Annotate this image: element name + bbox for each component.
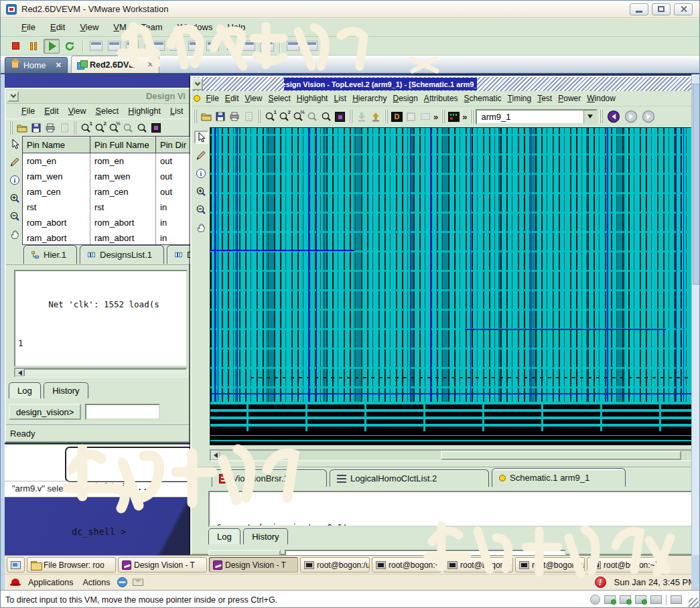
- zoom-2x-button[interactable]: 2: [277, 110, 291, 123]
- appliance-view-button[interactable]: [204, 39, 220, 54]
- taskbar-terminal-3[interactable]: root@bogon:~: [443, 557, 513, 573]
- console-vertical-scrollbar[interactable]: [691, 74, 700, 555]
- snapshot-manager-button[interactable]: [124, 39, 140, 54]
- main-titlebar[interactable]: Design Vision - TopLevel.2 (arm9_1) - [S…: [192, 77, 700, 91]
- menu-window[interactable]: Window: [584, 92, 619, 104]
- snapshot-take-button[interactable]: [88, 39, 104, 54]
- maximize-button[interactable]: [652, 3, 671, 15]
- menu-file[interactable]: File: [14, 20, 43, 34]
- power-on-button[interactable]: [44, 39, 60, 54]
- tab-violation-browser[interactable]: ViolationBrsr.1: [212, 469, 327, 487]
- toolbar-overflow-chevron[interactable]: »: [462, 112, 467, 122]
- sound-device-icon[interactable]: [635, 595, 646, 604]
- zoom-half-button[interactable]: ½: [291, 110, 305, 123]
- col-pin-full-name[interactable]: Pin Full Name: [90, 137, 156, 153]
- table-row[interactable]: rom_en rom_en out: [23, 153, 191, 169]
- menu-design[interactable]: Design: [390, 92, 421, 104]
- report-button[interactable]: [241, 110, 255, 123]
- design-selector-combobox[interactable]: arm9_1: [476, 109, 598, 125]
- close-button[interactable]: [674, 3, 693, 15]
- table-row[interactable]: ram_cen ram_cen out: [23, 184, 191, 200]
- back-button[interactable]: [606, 109, 621, 124]
- menu-select[interactable]: Select: [265, 92, 293, 104]
- menu-view[interactable]: View: [72, 20, 106, 34]
- table-row[interactable]: rom_abort rom_abort in: [23, 215, 191, 230]
- print-button[interactable]: [227, 110, 241, 123]
- col-pin-dir[interactable]: Pin Dir: [156, 137, 192, 153]
- tab-vm-red26dvevm[interactable]: Red2.6DVE ✕: [71, 56, 159, 73]
- secondary-titlebar[interactable]: Design Vi: [6, 89, 189, 104]
- edit-tool[interactable]: [194, 149, 208, 162]
- tab-hier[interactable]: Hier.1: [23, 245, 77, 264]
- resize-grip[interactable]: [689, 598, 699, 608]
- pan-tool[interactable]: [194, 221, 208, 234]
- combobox-dropdown-button[interactable]: [583, 110, 596, 123]
- zoom-in-tool[interactable]: [7, 192, 21, 205]
- command-input[interactable]: [85, 404, 160, 420]
- email-launcher-icon[interactable]: [133, 579, 143, 586]
- tab-history[interactable]: History: [44, 382, 88, 398]
- pull-up-button[interactable]: [368, 110, 382, 123]
- summary-view-button[interactable]: [186, 39, 202, 54]
- taskbar-design-vision-1[interactable]: Design Vision - T: [118, 557, 207, 573]
- info-tool[interactable]: [194, 167, 208, 180]
- scroll-left-button[interactable]: [15, 369, 24, 376]
- menu-windows[interactable]: Windows: [170, 20, 220, 34]
- menu-view[interactable]: View: [64, 105, 91, 117]
- capture-button[interactable]: [303, 39, 319, 54]
- window-menu-button[interactable]: [192, 78, 203, 90]
- menu-team[interactable]: Team: [134, 20, 170, 34]
- tab-schematic-active[interactable]: Schematic.1 arm9_1: [492, 468, 626, 487]
- table-row[interactable]: rst rst in: [23, 200, 191, 215]
- abstraction-button[interactable]: [418, 110, 432, 123]
- zoom-selected-button[interactable]: [135, 121, 149, 135]
- schematic-view-button[interactable]: D: [390, 110, 404, 123]
- power-off-button[interactable]: [7, 39, 23, 54]
- main-log-output[interactable]: Current design is 'arm9_1'. design_visio…: [208, 491, 700, 527]
- quick-switch-button[interactable]: [285, 39, 301, 54]
- zoom-out-tool[interactable]: [7, 210, 21, 223]
- zoom-fit-button[interactable]: [333, 110, 347, 123]
- redhat-menu-icon[interactable]: [10, 579, 21, 587]
- timing-analysis-button[interactable]: [447, 110, 461, 123]
- tab-designs-list[interactable]: DesignsList.1: [80, 245, 164, 264]
- show-desktop-button[interactable]: [7, 557, 25, 573]
- report-button[interactable]: [57, 121, 71, 135]
- tab-home-close-icon[interactable]: ✕: [56, 61, 62, 70]
- menu-file[interactable]: File: [17, 105, 40, 117]
- unity-button[interactable]: [240, 39, 257, 54]
- menu-timing[interactable]: Timing: [504, 92, 535, 104]
- harddisk-device-icon[interactable]: [604, 595, 616, 604]
- actions-menu[interactable]: Actions: [80, 577, 112, 589]
- menu-view[interactable]: View: [242, 92, 265, 104]
- menu-highlight[interactable]: Highlight: [293, 92, 331, 104]
- zoom-back-button[interactable]: [121, 121, 135, 135]
- tab-log[interactable]: Log: [9, 382, 41, 398]
- menu-list[interactable]: List: [165, 105, 188, 117]
- minimize-button[interactable]: [630, 3, 648, 15]
- zoom-fit-button[interactable]: [149, 121, 163, 135]
- col-pin-name[interactable]: Pin Name: [23, 137, 90, 153]
- log-horizontal-scrollbar[interactable]: [14, 368, 188, 378]
- pull-down-button[interactable]: [354, 110, 368, 123]
- reset-button[interactable]: [62, 39, 78, 54]
- suspend-button[interactable]: [25, 39, 42, 54]
- forward-button[interactable]: [624, 109, 638, 124]
- select-tool[interactable]: [7, 137, 21, 151]
- taskbar-terminal-5[interactable]: root@bogon:~: [587, 557, 656, 573]
- tab-vm-close-icon[interactable]: ✕: [147, 60, 153, 69]
- tab-home[interactable]: Home ✕: [5, 57, 68, 73]
- taskbar-design-vision-2[interactable]: Design Vision - T: [209, 557, 298, 573]
- applications-menu[interactable]: Applications: [26, 577, 75, 589]
- cdrom-device-icon[interactable]: [590, 595, 600, 605]
- open-button[interactable]: [15, 121, 29, 135]
- zoom-out-tool[interactable]: [194, 203, 208, 216]
- snapshot-revert-button[interactable]: [106, 39, 122, 54]
- taskbar-terminal-2[interactable]: root@bogon:~: [372, 557, 441, 573]
- zoom-2x-button[interactable]: 2: [92, 121, 107, 135]
- menu-file[interactable]: File: [203, 92, 222, 104]
- edit-tool[interactable]: [7, 155, 21, 169]
- toolbar-overflow-chevron[interactable]: »: [433, 112, 438, 122]
- table-row[interactable]: ram_abort ram_abort in: [23, 230, 191, 245]
- taskbar-terminal-4[interactable]: root@bogon:/u: [515, 557, 585, 573]
